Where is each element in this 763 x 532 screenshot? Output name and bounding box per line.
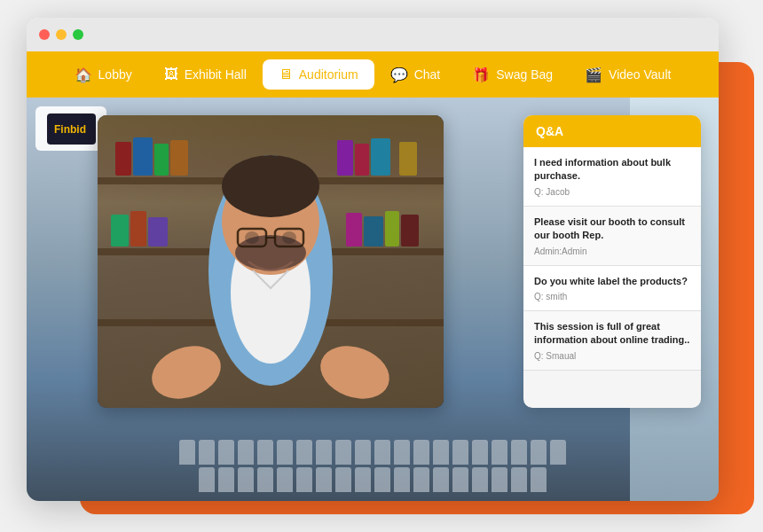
audience-person (238, 440, 254, 465)
audience-person (335, 467, 351, 492)
nav-item-swag-bag[interactable]: 🎁 Swag Bag (456, 59, 569, 90)
close-dot[interactable] (39, 29, 50, 40)
nav-label-auditorium: Auditorium (299, 67, 358, 82)
audience-person (296, 467, 312, 492)
svg-rect-17 (346, 213, 362, 246)
qa-item: I need information about bulk purchase.Q… (523, 147, 701, 207)
maximize-dot[interactable] (73, 29, 83, 40)
audience-person (374, 467, 390, 492)
audience-person (355, 467, 371, 492)
audience-person (550, 440, 566, 465)
qa-question-text: This session is full of great informatio… (534, 320, 690, 348)
audience-person (394, 467, 410, 492)
svg-rect-15 (130, 211, 146, 246)
svg-point-30 (282, 231, 296, 244)
audience-person (199, 467, 215, 492)
qa-question-text: I need information about bulk purchase. (534, 156, 690, 184)
nav-item-auditorium[interactable]: 🖥 Auditorium (263, 59, 374, 90)
audience-person (413, 440, 429, 465)
chat-icon: 💬 (390, 66, 408, 83)
svg-rect-6 (115, 142, 131, 176)
qa-body[interactable]: I need information about bulk purchase.Q… (523, 147, 701, 408)
svg-text:Finbid: Finbid (54, 123, 86, 136)
audience-person (413, 467, 429, 492)
logo: Finbid (35, 106, 106, 151)
qa-author: Admin:Admin (534, 246, 690, 256)
audience-person (433, 467, 449, 492)
audience-person (316, 440, 332, 465)
nav-label-chat: Chat (414, 67, 441, 82)
audience-person (531, 467, 547, 492)
qa-item: This session is full of great informatio… (523, 311, 701, 371)
qa-question-text: Do you white label the products? (534, 275, 690, 288)
home-icon: 🏠 (75, 66, 92, 83)
nav-item-exhibit-hall[interactable]: 🖼 Exhibit Hall (148, 59, 263, 90)
content-area: Finbid (27, 98, 719, 501)
nav-item-chat[interactable]: 💬 Chat (374, 59, 457, 90)
svg-rect-14 (111, 215, 129, 246)
audience-row (44, 467, 701, 492)
audience-person (492, 440, 507, 465)
qa-author: Q: smith (534, 292, 690, 301)
audience-person (511, 467, 527, 492)
qa-author: Q: Jacob (534, 187, 690, 197)
audience-person (179, 440, 195, 465)
audience-person (316, 467, 332, 492)
svg-rect-19 (385, 211, 399, 246)
auditorium-icon: 🖥 (279, 66, 293, 82)
nav-label-lobby: Lobby (98, 67, 132, 82)
audience-person (472, 467, 488, 492)
svg-point-24 (222, 155, 319, 217)
audience-person (511, 440, 527, 465)
logo-svg: Finbid (47, 113, 96, 145)
video-frame (98, 115, 444, 408)
svg-rect-12 (371, 138, 390, 176)
video-icon: 🎬 (585, 66, 602, 83)
qa-author: Q: Smaual (534, 351, 690, 361)
exhibit-icon: 🖼 (164, 66, 178, 82)
svg-rect-11 (355, 144, 369, 176)
svg-rect-9 (170, 140, 188, 176)
qa-item: Please visit our booth to consult our bo… (523, 207, 701, 266)
audience-person (472, 440, 488, 465)
audience-person (452, 440, 468, 465)
audience-row (44, 440, 701, 465)
audience-person (394, 440, 410, 465)
audience-person (277, 440, 293, 465)
audience-person (296, 440, 312, 465)
audience-person (374, 440, 390, 465)
audience-person (257, 467, 273, 492)
svg-rect-7 (133, 137, 153, 176)
qa-item: Do you white label the products?Q: smith (523, 266, 701, 311)
svg-rect-10 (337, 140, 353, 176)
svg-point-29 (245, 231, 259, 244)
audience-person (218, 440, 234, 465)
audience-person (355, 440, 371, 465)
audience-person (531, 440, 547, 465)
audience-person (257, 440, 273, 465)
qa-panel: Q&A I need information about bulk purcha… (523, 115, 701, 408)
presenter-svg (98, 115, 444, 408)
svg-rect-16 (148, 217, 168, 246)
browser-chrome (27, 18, 719, 51)
audience-person (452, 467, 468, 492)
nav-item-lobby[interactable]: 🏠 Lobby (59, 59, 148, 90)
nav-item-video-vault[interactable]: 🎬 Video Vault (569, 59, 687, 90)
qa-question-text: Please visit our booth to consult our bo… (534, 215, 690, 243)
nav-label-exhibit-hall: Exhibit Hall (185, 67, 247, 82)
app-wrapper: 🏠 Lobby 🖼 Exhibit Hall 🖥 Auditorium 💬 Ch… (27, 18, 736, 514)
browser-window: 🏠 Lobby 🖼 Exhibit Hall 🖥 Auditorium 💬 Ch… (27, 18, 719, 501)
audience-person (335, 440, 351, 465)
audience-person (218, 467, 234, 492)
svg-rect-13 (399, 142, 417, 176)
audience-person (433, 440, 449, 465)
svg-rect-18 (364, 216, 383, 246)
svg-rect-8 (154, 144, 169, 176)
minimize-dot[interactable] (56, 29, 67, 40)
qa-title: Q&A (536, 124, 563, 138)
video-panel (98, 115, 444, 408)
svg-rect-20 (401, 215, 419, 246)
audience-person (277, 467, 293, 492)
nav-bar: 🏠 Lobby 🖼 Exhibit Hall 🖥 Auditorium 💬 Ch… (27, 51, 719, 98)
qa-header: Q&A (523, 115, 701, 147)
